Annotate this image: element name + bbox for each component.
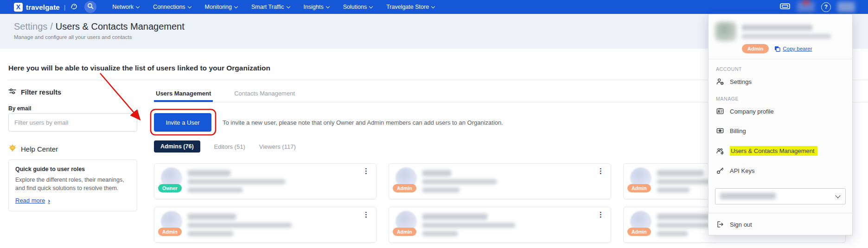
menu-item-label: Billing: [730, 127, 746, 134]
manage-section-label: MANAGE: [716, 96, 739, 102]
brand-logo[interactable]: X travelgate |: [0, 2, 78, 12]
account-role-badge: Admin: [742, 44, 769, 53]
breadcrumb-settings-link[interactable]: Settings: [14, 21, 47, 32]
nav-item-travelgate-store[interactable]: Travelgate Store: [386, 4, 434, 10]
nav-item-connections[interactable]: Connections: [153, 4, 191, 10]
blurred-name: [657, 214, 713, 220]
notification-badge: [803, 0, 810, 5]
read-more-link[interactable]: Read more ›: [15, 197, 50, 204]
breadcrumb-separator: /: [50, 21, 53, 32]
blurred-account-name: [742, 25, 812, 31]
blurred-detail: [657, 231, 688, 236]
blurred-email: [188, 179, 285, 184]
user-card[interactable]: Admin ⋮: [389, 163, 611, 199]
user-avatar-blurred[interactable]: [837, 2, 855, 12]
card-menu-kebab-icon[interactable]: ⋮: [597, 211, 604, 218]
user-card[interactable]: Owner ⋮: [154, 163, 377, 199]
brand-name: travelgate: [26, 3, 60, 11]
help-center-header: Help Center: [8, 144, 58, 154]
menu-item-settings[interactable]: Settings: [716, 77, 752, 86]
blurred-name: [188, 170, 230, 176]
account-section-label: ACCOUNT: [716, 66, 742, 72]
role-filter-viewers[interactable]: Viewers (117): [259, 143, 296, 150]
menu-item-api-keys[interactable]: API Keys: [716, 166, 754, 175]
brand-separator: |: [64, 4, 65, 11]
menu-item-label: API Keys: [730, 167, 754, 174]
intro-text: Here you will be able to visualize the l…: [8, 64, 270, 72]
account-dropdown-menu: Admin Copy bearer ACCOUNT Settings MANAG…: [708, 14, 853, 235]
menu-item-label: Company profile: [730, 108, 774, 115]
copy-bearer-link[interactable]: Copy bearer: [774, 46, 812, 52]
role-badge: Admin: [158, 228, 182, 236]
role-filter-row: Admins (76) Editors (51) Viewers (117): [154, 140, 296, 153]
menu-item-sign-out[interactable]: Sign out: [716, 220, 752, 229]
blurred-selected-organization: [720, 193, 776, 199]
invite-a-user-button[interactable]: Invite a User: [154, 113, 211, 132]
email-filter-input[interactable]: [8, 113, 137, 132]
nav-label: Monitoring: [205, 4, 232, 10]
page-subtitle: Manage and configure all your users and …: [14, 34, 132, 40]
account-avatar-blurred: [715, 22, 736, 41]
menu-item-users-contacts-management[interactable]: Users & Contacts Management: [716, 146, 817, 156]
chevron-down-icon: [286, 4, 290, 8]
nav-item-smart-traffic[interactable]: Smart Traffic: [251, 4, 290, 10]
organization-select[interactable]: [715, 188, 846, 204]
blurred-detail: [422, 231, 458, 236]
blurred-detail: [188, 231, 233, 236]
filter-results-label: Filter results: [21, 89, 61, 96]
divider: [708, 213, 852, 213]
blurred-name: [657, 170, 703, 176]
nav-item-network[interactable]: Network: [112, 4, 139, 10]
help-center-label: Help Center: [21, 145, 58, 153]
users-gear-icon: [716, 147, 724, 155]
page-title: Users & Contacts Management: [56, 21, 185, 32]
notifications-bell-blurred[interactable]: [797, 2, 815, 12]
nav-label: Network: [112, 4, 134, 10]
ticket-icon[interactable]: [779, 2, 791, 12]
chevron-down-icon: [369, 4, 373, 8]
menu-item-label: Sign out: [730, 221, 752, 228]
role-filter-admins[interactable]: Admins (76): [154, 140, 200, 153]
user-card[interactable]: Admin ⋮: [154, 207, 377, 243]
help-button[interactable]: ?: [821, 2, 831, 12]
nav-label: Travelgate Store: [386, 4, 429, 10]
nav-item-monitoring[interactable]: Monitoring: [205, 4, 237, 10]
search-icon: [87, 3, 94, 11]
nav-label: Solutions: [343, 4, 367, 10]
help-card-body: Explore the different roles, their meani…: [15, 176, 130, 192]
user-card[interactable]: Admin ⋮: [389, 207, 611, 243]
blurred-detail: [188, 188, 243, 192]
search-button[interactable]: [84, 1, 96, 13]
role-badge: Owner: [158, 184, 182, 192]
role-filter-editors[interactable]: Editors (51): [214, 143, 245, 150]
chevron-right-icon: ›: [48, 197, 50, 204]
nav-label: Connections: [153, 4, 185, 10]
tab-contacts-management[interactable]: Contacts Management: [232, 88, 297, 102]
filter-icon: [8, 88, 16, 96]
menu-item-label-highlighted: Users & Contacts Management: [730, 146, 817, 156]
chevron-down-icon: [835, 193, 840, 198]
card-menu-kebab-icon[interactable]: ⋮: [363, 211, 370, 218]
menu-item-billing[interactable]: Billing: [716, 127, 746, 135]
help-card-title: Quick guide to user roles: [15, 166, 130, 172]
chevron-down-icon: [431, 4, 435, 8]
nav-item-solutions[interactable]: Solutions: [343, 4, 372, 10]
menu-item-company-profile[interactable]: Company profile: [716, 107, 774, 115]
tab-users-management[interactable]: Users Management: [154, 88, 213, 102]
card-menu-kebab-icon[interactable]: ⋮: [363, 167, 370, 174]
chevron-down-icon: [187, 4, 191, 8]
blurred-detail: [657, 188, 689, 192]
nav-label: Smart Traffic: [251, 4, 284, 10]
role-badge: Admin: [627, 184, 651, 192]
chameleon-icon: [70, 2, 78, 12]
role-badge: Admin: [627, 228, 651, 236]
blurred-email: [422, 223, 515, 228]
main-nav: Network Connections Monitoring Smart Tra…: [112, 4, 434, 10]
nav-item-insights[interactable]: Insights: [304, 4, 329, 10]
card-menu-kebab-icon[interactable]: ⋮: [597, 167, 604, 174]
blurred-name: [422, 170, 451, 176]
top-navbar: X travelgate | Network Connections: [0, 0, 868, 14]
role-badge: Admin: [393, 228, 416, 236]
sign-out-icon: [716, 220, 724, 229]
chevron-down-icon: [234, 4, 238, 8]
